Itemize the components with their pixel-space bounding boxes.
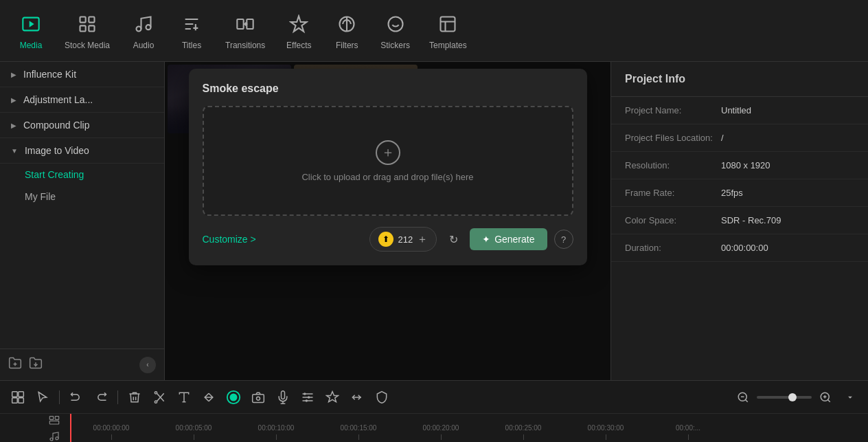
- toolbar-item-media[interactable]: Media: [7, 6, 55, 56]
- svg-rect-48: [49, 417, 53, 420]
- svg-point-40: [306, 399, 308, 401]
- svg-point-32: [257, 397, 260, 400]
- toolbar-label-titles: Titles: [182, 41, 201, 50]
- zoom-slider[interactable]: [757, 396, 812, 399]
- sidebar-item-image-to-video[interactable]: ▼ Image to Video: [0, 138, 164, 164]
- guard-button[interactable]: [371, 386, 393, 408]
- zoom-out-button[interactable]: [732, 386, 754, 408]
- svg-point-38: [304, 393, 306, 395]
- sidebar-item-compound-clip[interactable]: ▶ Compound Clip: [0, 113, 164, 138]
- stock-media-icon: [75, 12, 100, 36]
- redo-button[interactable]: [90, 386, 112, 408]
- zoom-slider-thumb[interactable]: [788, 393, 797, 401]
- stickers-icon: [383, 12, 408, 36]
- upload-plus-icon: ＋: [376, 140, 400, 165]
- import-folder-icon[interactable]: [29, 356, 43, 373]
- toolbar-item-audio[interactable]: Audio: [119, 6, 168, 56]
- toolbar-label-effects: Effects: [286, 41, 311, 50]
- toolbar-item-stickers[interactable]: Stickers: [371, 6, 420, 56]
- svg-line-45: [827, 399, 830, 401]
- generate-button[interactable]: ✦ Generate: [470, 228, 547, 250]
- sidebar: ▶ Influence Kit ▶ Adjustment La... ▶ Com…: [0, 62, 165, 380]
- toolbar-item-transitions[interactable]: Transitions: [216, 6, 275, 56]
- timeline-mark-3: 00:00:15:00: [317, 424, 400, 440]
- customize-link[interactable]: Customize >: [203, 234, 256, 245]
- sidebar-sub-item-start-creating[interactable]: Start Creating: [0, 164, 164, 186]
- credits-plus-icon[interactable]: ＋: [417, 232, 428, 247]
- delete-button[interactable]: [124, 386, 146, 408]
- modal-footer: Customize > ⬆ 212 ＋ ↻ ✦ Generate ?: [203, 227, 573, 252]
- voiceover-button[interactable]: [272, 386, 294, 408]
- colorspace-value: SDR - Rec.709: [721, 215, 781, 225]
- cursor-button[interactable]: [32, 386, 54, 408]
- sidebar-item-label-compound-clip: Compound Clip: [23, 120, 90, 131]
- toolbar-item-effects[interactable]: Effects: [275, 6, 323, 56]
- undo-button[interactable]: [65, 386, 87, 408]
- zoom-in-button[interactable]: [814, 386, 836, 408]
- fit-button[interactable]: [198, 386, 220, 408]
- svg-point-6: [137, 26, 141, 31]
- modal: Smoke escape ＋ Click to upload or drag a…: [189, 69, 587, 265]
- chevron-right-icon-2: ▶: [11, 96, 16, 104]
- audio-icon: [131, 12, 156, 36]
- toolbar-item-titles[interactable]: Titles: [168, 6, 216, 56]
- timeline-mark-4: 00:00:20:00: [400, 424, 482, 440]
- sidebar-item-label-image-to-video: Image to Video: [25, 145, 89, 156]
- snapshot-button[interactable]: [247, 386, 269, 408]
- keyframe-button[interactable]: [321, 386, 343, 408]
- chevron-right-icon: ▶: [11, 71, 16, 78]
- refresh-button[interactable]: ↻: [444, 230, 463, 249]
- media-icon: [19, 12, 43, 36]
- svg-rect-2: [80, 16, 86, 22]
- project-location-value: /: [721, 133, 724, 143]
- project-name-value: Untitled: [721, 105, 751, 115]
- project-info-panel: Project Info Project Name: Untitled Proj…: [610, 62, 868, 380]
- toolbar-item-templates[interactable]: Templates: [420, 6, 477, 56]
- toolbar-label-stickers: Stickers: [380, 41, 410, 50]
- sidebar-item-influence-kit[interactable]: ▶ Influence Kit: [0, 62, 164, 87]
- duration-value: 00:00:00:00: [721, 243, 768, 253]
- svg-point-12: [388, 16, 402, 31]
- templates-icon: [435, 12, 460, 36]
- sidebar-sub-item-my-file[interactable]: My File: [0, 186, 164, 208]
- framerate-value: 25fps: [721, 188, 743, 198]
- text-button[interactable]: [173, 386, 195, 408]
- duration-label: Duration:: [625, 243, 714, 253]
- filters-icon: [334, 12, 359, 36]
- more-options-button[interactable]: [839, 386, 861, 408]
- timeline-settings-button[interactable]: [297, 386, 319, 408]
- timeline-mark-0: 00:00:00:00: [70, 424, 152, 440]
- group-select-button[interactable]: [7, 386, 29, 408]
- cut-button[interactable]: [148, 386, 170, 408]
- bottom-toolbar: [0, 381, 868, 414]
- project-name-label: Project Name:: [625, 105, 714, 115]
- credits-badge: ⬆ 212 ＋: [369, 227, 437, 252]
- timeline-audio-button[interactable]: [45, 430, 63, 442]
- toolbar-item-stock-media[interactable]: Stock Media: [55, 6, 119, 56]
- add-folder-icon[interactable]: [8, 356, 22, 373]
- generate-plus-icon: ✦: [482, 234, 490, 245]
- svg-point-52: [56, 437, 58, 440]
- sidebar-item-adjustment-layer[interactable]: ▶ Adjustment La...: [0, 87, 164, 113]
- svg-rect-49: [55, 417, 58, 420]
- toolbar-label-stock-media: Stock Media: [65, 41, 110, 50]
- help-button[interactable]: ?: [554, 230, 573, 249]
- toolbar-item-filters[interactable]: Filters: [323, 6, 371, 56]
- svg-rect-22: [19, 397, 24, 403]
- sidebar-collapse-button[interactable]: ‹: [139, 357, 156, 373]
- toolbar-divider-2: [117, 390, 118, 404]
- project-info-row-colorspace: Color Space: SDR - Rec.709: [611, 207, 868, 234]
- chevron-right-icon-3: ▶: [11, 122, 16, 129]
- svg-point-30: [230, 393, 238, 401]
- bottom-area: 00:00:00:00 00:00:05:00 00:00:10:00 00:0…: [0, 380, 868, 442]
- timeline-mark-1: 00:00:05:00: [152, 424, 235, 440]
- speed-button[interactable]: [346, 386, 368, 408]
- svg-point-24: [155, 391, 157, 393]
- timeline-mark-2: 00:00:10:00: [235, 424, 317, 440]
- record-button[interactable]: [222, 386, 244, 408]
- timeline-view-button[interactable]: [45, 414, 63, 427]
- framerate-label: Frame Rate:: [625, 188, 714, 198]
- resolution-value: 1080 x 1920: [721, 160, 770, 170]
- upload-area[interactable]: ＋ Click to upload or drag and drop file(…: [203, 106, 573, 216]
- svg-rect-8: [237, 19, 243, 29]
